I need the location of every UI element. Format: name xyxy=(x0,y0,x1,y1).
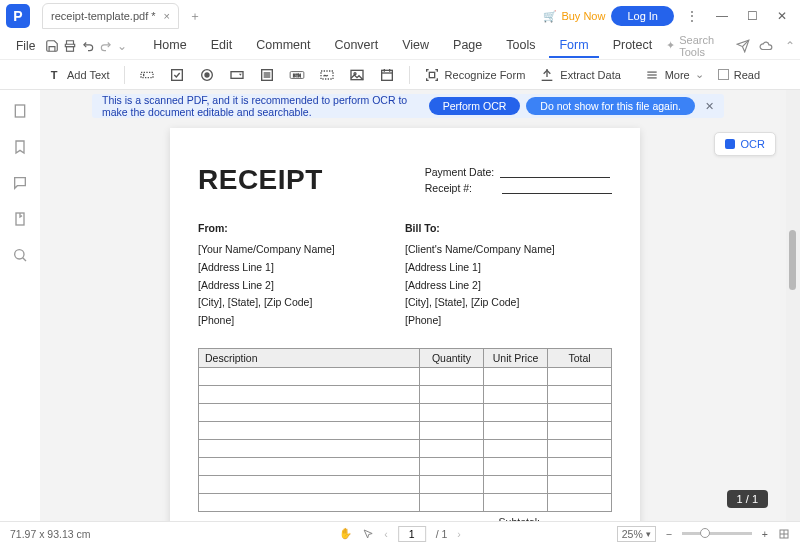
from-line: [Address Line 2] xyxy=(198,277,405,295)
bill-to-label: Bill To: xyxy=(405,220,612,238)
zoom-slider-knob[interactable] xyxy=(700,528,710,538)
receipt-no-field xyxy=(502,182,612,194)
from-label: From: xyxy=(198,220,405,238)
buy-now-link[interactable]: 🛒 Buy Now xyxy=(543,10,605,23)
prev-page-icon[interactable]: ‹ xyxy=(384,528,388,540)
more-button[interactable]: More ⌄ xyxy=(644,67,704,83)
ocr-banner: This is a scanned PDF, and it is recomme… xyxy=(92,94,724,118)
radio-icon[interactable] xyxy=(199,67,215,83)
separator xyxy=(124,66,125,84)
list-box-icon[interactable] xyxy=(259,67,275,83)
document-viewport[interactable]: This is a scanned PDF, and it is recomme… xyxy=(40,90,786,522)
dont-show-button[interactable]: Do not show for this file again. xyxy=(526,97,695,115)
recognize-icon xyxy=(424,67,440,83)
image-field-icon[interactable] xyxy=(349,67,365,83)
recognize-form-button[interactable]: Recognize Form xyxy=(424,67,526,83)
maximize-icon[interactable]: ☐ xyxy=(740,4,764,28)
send-icon[interactable] xyxy=(735,36,751,56)
undo-icon[interactable] xyxy=(81,36,95,56)
button-field-icon[interactable]: BTN xyxy=(289,67,305,83)
menu-edit[interactable]: Edit xyxy=(201,34,243,58)
menu-home[interactable]: Home xyxy=(143,34,196,58)
new-tab-button[interactable]: ＋ xyxy=(189,8,201,25)
table-row xyxy=(199,476,612,494)
date-field-icon[interactable] xyxy=(379,67,395,83)
search-icon[interactable] xyxy=(11,246,29,264)
table-row xyxy=(199,386,612,404)
page-input[interactable] xyxy=(398,526,426,542)
svg-line-27 xyxy=(23,258,26,261)
close-window-icon[interactable]: ✕ xyxy=(770,4,794,28)
minimize-icon[interactable]: — xyxy=(710,4,734,28)
file-menu[interactable]: File xyxy=(10,39,41,53)
menu-tools[interactable]: Tools xyxy=(496,34,545,58)
print-icon[interactable] xyxy=(63,36,77,56)
add-text-button[interactable]: T Add Text xyxy=(46,67,110,83)
dropdown-field-icon[interactable] xyxy=(229,67,245,83)
save-icon[interactable] xyxy=(45,36,59,56)
extract-data-button[interactable]: Extract Data xyxy=(539,67,621,83)
col-unit-price: Unit Price xyxy=(484,349,548,368)
attachments-icon[interactable] xyxy=(11,210,29,228)
select-tool-icon[interactable] xyxy=(362,528,374,540)
signature-field-icon[interactable] xyxy=(319,67,335,83)
items-table: Description Quantity Unit Price Total xyxy=(198,348,612,512)
text-field-icon[interactable] xyxy=(139,67,155,83)
app-icon: P xyxy=(6,4,30,28)
menu-view[interactable]: View xyxy=(392,34,439,58)
left-rail xyxy=(0,90,40,522)
close-banner-icon[interactable]: ✕ xyxy=(701,100,718,112)
main-area: This is a scanned PDF, and it is recomme… xyxy=(0,90,800,522)
svg-rect-3 xyxy=(171,69,182,80)
menu-convert[interactable]: Convert xyxy=(324,34,388,58)
bookmarks-icon[interactable] xyxy=(11,138,29,156)
cloud-icon[interactable] xyxy=(758,36,774,56)
svg-rect-6 xyxy=(231,71,243,78)
redo-icon[interactable] xyxy=(99,36,113,56)
zoom-in-icon[interactable]: + xyxy=(762,528,768,540)
chevron-up-icon[interactable]: ⌃ xyxy=(782,36,798,56)
ocr-message: This is a scanned PDF, and it is recomme… xyxy=(102,94,423,118)
dropdown-icon[interactable]: ⌄ xyxy=(117,39,127,53)
menu-comment[interactable]: Comment xyxy=(246,34,320,58)
svg-point-5 xyxy=(205,73,209,77)
titlebar: P receipt-template.pdf * × ＋ 🛒 Buy Now L… xyxy=(0,0,800,32)
table-row xyxy=(199,440,612,458)
next-page-icon[interactable]: › xyxy=(457,528,461,540)
thumbnails-icon[interactable] xyxy=(11,102,29,120)
page-counter: 1 / 1 xyxy=(727,490,768,508)
vertical-scrollbar[interactable] xyxy=(786,90,800,522)
checkbox-icon[interactable] xyxy=(169,67,185,83)
scroll-thumb[interactable] xyxy=(789,230,796,290)
document-tab[interactable]: receipt-template.pdf * × xyxy=(42,3,179,29)
table-row xyxy=(199,458,612,476)
hand-tool-icon[interactable]: ✋ xyxy=(339,527,352,540)
perform-ocr-button[interactable]: Perform OCR xyxy=(429,97,521,115)
kebab-menu-icon[interactable]: ⋮ xyxy=(680,4,704,28)
comments-icon[interactable] xyxy=(11,174,29,192)
wand-icon: ✦ xyxy=(666,39,675,52)
zoom-out-icon[interactable]: − xyxy=(666,528,672,540)
form-toolbar: T Add Text BTN Recognize Form Extract Da… xyxy=(0,60,800,90)
search-tools-input[interactable]: ✦ Search Tools xyxy=(666,34,726,58)
menu-form[interactable]: Form xyxy=(549,34,598,58)
read-mode-toggle[interactable]: Read xyxy=(718,69,760,81)
more-icon xyxy=(644,67,660,83)
fit-page-icon[interactable] xyxy=(778,528,790,540)
document-page: RECEIPT Payment Date: Receipt #: From: [… xyxy=(170,128,640,522)
menu-protect[interactable]: Protect xyxy=(603,34,663,58)
zoom-select[interactable]: 25% ▾ xyxy=(617,526,656,542)
zoom-slider[interactable] xyxy=(682,532,752,535)
chevron-down-icon: ⌄ xyxy=(695,68,704,81)
bill-line: [Address Line 2] xyxy=(405,277,612,295)
menu-page[interactable]: Page xyxy=(443,34,492,58)
receipt-no-label: Receipt #: xyxy=(425,182,472,194)
cart-icon: 🛒 xyxy=(543,10,557,23)
from-line: [City], [State], [Zip Code] xyxy=(198,294,405,312)
close-tab-icon[interactable]: × xyxy=(164,10,170,22)
login-button[interactable]: Log In xyxy=(611,6,674,26)
page-dimensions: 71.97 x 93.13 cm xyxy=(10,528,91,540)
svg-point-26 xyxy=(15,250,24,259)
col-quantity: Quantity xyxy=(420,349,484,368)
ocr-chip[interactable]: OCR xyxy=(714,132,776,156)
